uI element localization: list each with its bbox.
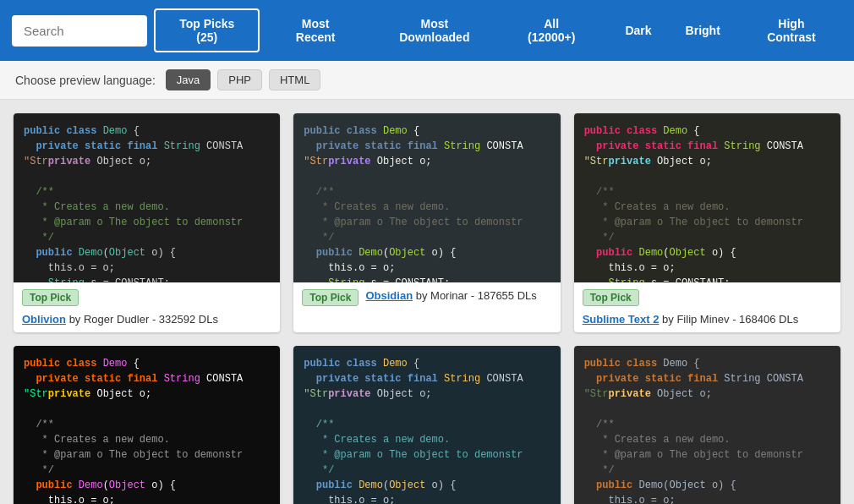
search-input[interactable]: [12, 15, 147, 47]
lang-java-button[interactable]: Java: [166, 69, 211, 90]
card-title-obsidian: Obsidian by Morinar - 187655 DLs: [365, 289, 536, 302]
code-preview-6: public class Demo { private static final…: [574, 346, 840, 504]
card-theme-name-obsidian[interactable]: Obsidian: [365, 289, 413, 302]
code-preview-4: public class Demo { private static final…: [14, 346, 280, 504]
lang-bar-label: Choose preview language:: [15, 74, 156, 87]
theme-high-contrast-button[interactable]: High Contrast: [741, 10, 842, 51]
theme-card-4[interactable]: public class Demo { private static final…: [14, 346, 280, 504]
card-theme-name-oblivion[interactable]: Oblivion: [22, 313, 66, 326]
theme-card-oblivion[interactable]: public class Demo { private static final…: [14, 113, 280, 332]
code-preview-sublime: public class Demo { private static final…: [574, 113, 840, 282]
header: Top Picks (25) Most Recent Most Download…: [0, 0, 854, 61]
theme-card-6[interactable]: public class Demo { private static final…: [574, 346, 840, 504]
top-pick-badge-oblivion: Top Pick: [22, 289, 79, 306]
card-info-oblivion: Top Pick Oblivion by Roger Dudler - 3325…: [14, 282, 280, 332]
lang-html-button[interactable]: HTML: [269, 69, 320, 90]
tab-top-picks[interactable]: Top Picks (25): [154, 8, 260, 52]
card-theme-name-sublime[interactable]: Sublime Text 2: [583, 313, 660, 326]
lang-php-button[interactable]: PHP: [217, 69, 262, 90]
code-preview-obsidian: public class Demo { private static final…: [293, 113, 560, 282]
tab-most-downloaded[interactable]: Most Downloaded: [371, 8, 498, 52]
card-author-oblivion: by Roger Dudler -: [69, 313, 159, 326]
theme-card-sublime[interactable]: public class Demo { private static final…: [574, 113, 840, 332]
top-pick-badge-sublime: Top Pick: [583, 289, 639, 306]
top-pick-badge-obsidian: Top Pick: [302, 289, 359, 306]
tab-all[interactable]: All (12000+): [505, 8, 599, 52]
card-downloads-sublime: 168406 DLs: [739, 313, 798, 326]
card-author-sublime: by Filip Minev -: [662, 313, 739, 326]
card-title-sublime: Sublime Text 2 by Filip Minev - 168406 D…: [583, 313, 799, 326]
theme-grid: public class Demo { private static final…: [0, 100, 854, 504]
card-info-obsidian: Top Pick Obsidian by Morinar - 187655 DL…: [293, 282, 560, 313]
card-downloads-oblivion: 332592 DLs: [159, 313, 218, 326]
card-author-obsidian: by Morinar -: [416, 289, 478, 302]
card-title-oblivion: Oblivion by Roger Dudler - 332592 DLs: [22, 313, 218, 326]
card-info-sublime: Top Pick Sublime Text 2 by Filip Minev -…: [574, 282, 840, 332]
code-preview-5: public class Demo { private static final…: [293, 346, 560, 504]
tab-most-recent[interactable]: Most Recent: [266, 8, 364, 52]
theme-card-obsidian[interactable]: public class Demo { private static final…: [293, 113, 560, 332]
card-downloads-obsidian: 187655 DLs: [478, 289, 537, 302]
code-preview-oblivion: public class Demo { private static final…: [14, 113, 280, 282]
theme-card-5[interactable]: public class Demo { private static final…: [293, 346, 560, 504]
theme-dark-button[interactable]: Dark: [611, 17, 665, 44]
language-bar: Choose preview language: Java PHP HTML: [0, 61, 854, 100]
theme-bright-button[interactable]: Bright: [672, 17, 734, 44]
